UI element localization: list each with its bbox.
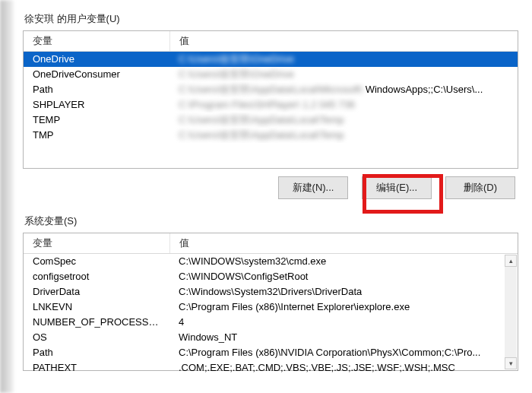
table-row[interactable]: NUMBER_OF_PROCESSORS4: [24, 315, 518, 330]
cell-var: NUMBER_OF_PROCESSORS: [24, 315, 169, 330]
cell-var: configsetroot: [24, 269, 169, 284]
table-row[interactable]: OSWindows_NT: [24, 330, 518, 345]
sys-col-var[interactable]: 变量: [24, 233, 169, 254]
cell-val: C:\Users\徐安琪\AppData\Local\Temp: [169, 128, 518, 143]
cell-val: C:\Users\徐安琪\OneDrive: [169, 52, 518, 68]
table-row[interactable]: SHPLAYERC:\Program Files\SHPlayer\ 1.2 0…: [24, 97, 518, 113]
table-row[interactable]: OneDriveConsumerC:\Users\徐安琪\OneDrive: [24, 67, 518, 82]
table-row[interactable]: configsetrootC:\WINDOWS\ConfigSetRoot: [24, 269, 518, 284]
user-vars-table[interactable]: 变量 值 OneDriveC:\Users\徐安琪\OneDriveOneDri…: [23, 30, 518, 169]
cell-var: PATHEXT: [24, 360, 169, 376]
cell-val: C:\Users\徐安琪\AppData\Local\Temp: [169, 113, 518, 128]
table-row[interactable]: ComSpecC:\WINDOWS\system32\cmd.exe: [24, 254, 518, 270]
edit-button[interactable]: 编辑(E)...: [362, 176, 432, 199]
table-row[interactable]: PathC:\Users\徐安琪\AppData\Local\Microsoft…: [24, 82, 518, 97]
cell-val: C:\Windows\System32\Drivers\DriverData: [169, 284, 518, 300]
cell-val: C:\Users\徐安琪\OneDrive: [169, 67, 518, 82]
system-scrollbar[interactable]: ▴ ▾: [505, 255, 517, 369]
table-row[interactable]: TMPC:\Users\徐安琪\AppData\Local\Temp: [24, 128, 518, 143]
cell-val: 4: [169, 315, 518, 330]
cell-var: Path: [24, 82, 169, 97]
user-button-row: 新建(N)... 编辑(E)... 删除(D): [23, 169, 518, 210]
cell-var: LNKEVN: [24, 300, 169, 315]
table-row[interactable]: PATHEXT.COM;.EXE;.BAT;.CMD;.VBS;.VBE;.JS…: [24, 360, 518, 376]
user-vars-label: 徐安琪 的用户变量(U): [24, 12, 518, 26]
new-button[interactable]: 新建(N)...: [278, 176, 348, 199]
cell-var: SHPLAYER: [24, 97, 169, 113]
table-row[interactable]: DriverDataC:\Windows\System32\Drivers\Dr…: [24, 284, 518, 300]
cell-var: TMP: [24, 128, 169, 143]
user-col-var[interactable]: 变量: [24, 31, 169, 52]
user-col-val[interactable]: 值: [169, 31, 518, 52]
cell-var: DriverData: [24, 284, 169, 300]
scroll-up-icon[interactable]: ▴: [505, 255, 517, 267]
cell-var: OneDriveConsumer: [24, 67, 169, 82]
cell-val: Windows_NT: [169, 330, 518, 345]
cell-val: C:\Program Files (x86)\Internet Explorer…: [169, 300, 518, 315]
table-row[interactable]: OneDriveC:\Users\徐安琪\OneDrive: [24, 52, 518, 68]
system-vars-table[interactable]: 变量 值 ComSpecC:\WINDOWS\system32\cmd.exec…: [23, 233, 518, 371]
cell-var: Path: [24, 345, 169, 360]
cell-val: C:\WINDOWS\system32\cmd.exe: [169, 254, 518, 270]
cell-val: C:\Program Files (x86)\NVIDIA Corporatio…: [169, 345, 518, 360]
cell-val: C:\Program Files\SHPlayer\ 1.2 045 736: [169, 97, 518, 113]
cell-val: C:\WINDOWS\ConfigSetRoot: [169, 269, 518, 284]
cell-var: ComSpec: [24, 254, 169, 270]
sys-col-val[interactable]: 值: [169, 233, 518, 254]
cell-var: OneDrive: [24, 52, 169, 68]
scroll-down-icon[interactable]: ▾: [505, 357, 517, 369]
cell-val: .COM;.EXE;.BAT;.CMD;.VBS;.VBE;.JS;.JSE;.…: [169, 360, 518, 376]
cell-val: C:\Users\徐安琪\AppData\Local\Microsoft\ Wi…: [169, 82, 518, 97]
delete-button[interactable]: 删除(D): [445, 176, 515, 199]
scroll-track[interactable]: [505, 267, 517, 357]
cell-var: OS: [24, 330, 169, 345]
cell-var: TEMP: [24, 113, 169, 128]
window-left-shadow: [0, 0, 14, 393]
system-vars-label: 系统变量(S): [24, 214, 518, 228]
table-row[interactable]: TEMPC:\Users\徐安琪\AppData\Local\Temp: [24, 113, 518, 128]
table-row[interactable]: PathC:\Program Files (x86)\NVIDIA Corpor…: [24, 345, 518, 360]
table-row[interactable]: LNKEVNC:\Program Files (x86)\Internet Ex…: [24, 300, 518, 315]
